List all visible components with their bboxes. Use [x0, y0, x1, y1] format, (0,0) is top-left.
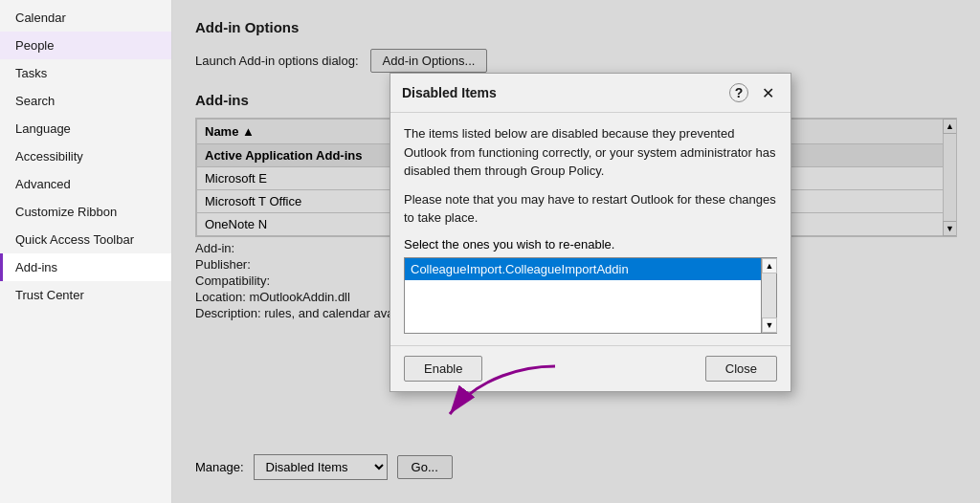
modal-footer: Enable Close [390, 345, 791, 391]
sidebar-item-accessibility[interactable]: Accessibility [0, 142, 171, 170]
list-scroll-area: ColleagueImport.ColleagueImportAddin ▲ ▼ [404, 257, 777, 334]
modal-titlebar: Disabled Items ? ✕ [390, 74, 791, 113]
list-scrollbar[interactable]: ▲ ▼ [762, 257, 777, 334]
sidebar-item-search[interactable]: Search [0, 87, 171, 115]
close-modal-button[interactable]: Close [705, 356, 777, 382]
list-scroll-track [762, 273, 776, 317]
sidebar-item-customize-ribbon[interactable]: Customize Ribbon [0, 198, 171, 226]
sidebar: Calendar People Tasks Search Language Ac… [0, 0, 172, 503]
disabled-items-modal: Disabled Items ? ✕ The items listed belo… [390, 73, 791, 392]
sidebar-item-trust-center[interactable]: Trust Center [0, 281, 171, 309]
sidebar-item-addins[interactable]: Add-ins [0, 253, 171, 281]
sidebar-item-language[interactable]: Language [0, 115, 171, 142]
sidebar-item-calendar[interactable]: Calendar [0, 4, 171, 32]
modal-overlay: Disabled Items ? ✕ The items listed belo… [172, 0, 980, 503]
main-content: Add-in Options Launch Add-in options dia… [172, 0, 980, 503]
modal-body: The items listed below are disabled beca… [390, 113, 791, 345]
disabled-list-item[interactable]: ColleagueImport.ColleagueImportAddin [405, 258, 761, 280]
modal-controls: ? ✕ [729, 81, 779, 104]
close-icon[interactable]: ✕ [756, 81, 779, 104]
sidebar-item-people[interactable]: People [0, 32, 171, 59]
list-scroll-up[interactable]: ▲ [762, 258, 777, 273]
modal-select-label: Select the ones you wish to re-enable. [404, 237, 777, 252]
modal-title: Disabled Items [402, 85, 497, 100]
list-scroll-down[interactable]: ▼ [762, 317, 777, 333]
sidebar-item-advanced[interactable]: Advanced [0, 170, 171, 198]
enable-button[interactable]: Enable [404, 356, 482, 382]
modal-description1: The items listed below are disabled beca… [404, 124, 777, 181]
sidebar-item-tasks[interactable]: Tasks [0, 59, 171, 87]
help-icon[interactable]: ? [729, 83, 748, 102]
sidebar-item-quick-access-toolbar[interactable]: Quick Access Toolbar [0, 226, 171, 253]
disabled-list[interactable]: ColleagueImport.ColleagueImportAddin [404, 257, 762, 334]
modal-description2: Please note that you may have to restart… [404, 190, 777, 228]
